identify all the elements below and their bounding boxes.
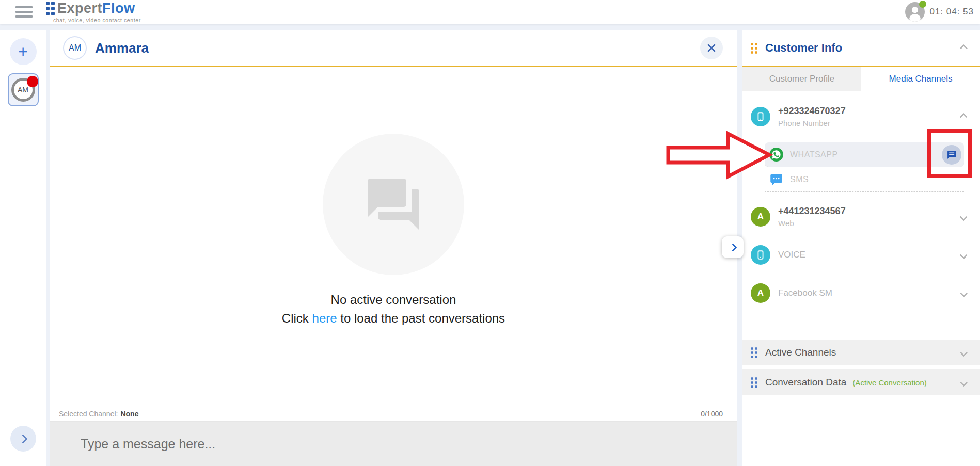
chat-panel: AM Ammara No active conversation Click h… <box>50 30 737 466</box>
selected-channel-value: None <box>120 410 138 418</box>
chevron-right-icon <box>729 243 737 251</box>
chevron-right-icon <box>18 434 27 443</box>
customer-name: Ammara <box>95 40 149 56</box>
letter-a-icon: A <box>751 283 770 303</box>
chevron-down-icon[interactable] <box>960 378 968 387</box>
active-conversation-badge: (Active Conversation) <box>852 378 926 387</box>
session-timer: 01: 04: 53 <box>929 7 974 17</box>
tab-media-channels[interactable]: Media Channels <box>861 67 980 91</box>
topbar: ExpertFlow chat, voice, video contact ce… <box>0 0 980 24</box>
channel-subtitle: Phone Number <box>778 119 846 127</box>
brand-primary: Expert <box>57 1 102 16</box>
drag-handle-icon[interactable] <box>751 377 757 388</box>
section-active-channels[interactable]: Active Channels <box>742 340 980 365</box>
customer-info-tabs: Customer Profile Media Channels <box>742 67 980 91</box>
brand-secondary: Flow <box>102 1 135 16</box>
close-conversation-button[interactable] <box>700 37 723 59</box>
close-icon <box>707 43 716 53</box>
sms-icon <box>769 172 783 186</box>
char-counter: 0/1000 <box>701 410 723 418</box>
sidebar-expand-button[interactable] <box>10 426 36 452</box>
agent-avatar[interactable] <box>905 2 925 22</box>
message-input-area[interactable] <box>50 422 737 466</box>
section-title: Conversation Data <box>765 377 846 388</box>
load-past-conversations-link[interactable]: here <box>312 311 337 325</box>
channel-web[interactable]: A +441231234567 Web <box>742 204 980 229</box>
customer-info-header: Customer Info <box>742 30 980 67</box>
section-conversation-data[interactable]: Conversation Data (Active Conversation) <box>742 369 980 395</box>
brand-tagline: chat, voice, video contact center <box>53 17 141 23</box>
start-chat-button[interactable] <box>942 145 961 165</box>
chat-placeholder-circle <box>323 134 464 275</box>
chevron-down-icon[interactable] <box>960 251 968 259</box>
empty-state-subtitle: Click here to load the past conversation… <box>282 311 505 326</box>
media-channels-list: +923324670327 Phone Number WHATSAPP <box>742 91 980 321</box>
panel-expander-button[interactable] <box>722 236 744 258</box>
hamburger-menu-icon[interactable] <box>15 6 33 18</box>
smartphone-icon <box>751 107 770 126</box>
whatsapp-icon <box>769 148 783 162</box>
subchannel-label: WHATSAPP <box>790 150 838 159</box>
customer-info-title: Customer Info <box>765 41 842 55</box>
empty-state-title: No active conversation <box>331 293 456 307</box>
phone-subchannels: WHATSAPP <box>765 142 964 192</box>
chevron-up-icon[interactable] <box>960 113 968 121</box>
notification-dot <box>27 76 38 87</box>
channel-phone-number[interactable]: +923324670327 Phone Number <box>742 104 980 129</box>
letter-a-icon: A <box>751 207 770 227</box>
subchannel-label: SMS <box>790 175 809 184</box>
empty-state-pre: Click <box>282 311 312 325</box>
empty-state-post: to load the past conversations <box>337 311 505 325</box>
drag-handle-icon[interactable] <box>751 43 757 54</box>
forum-icon <box>362 173 424 235</box>
customer-info-panel: Customer Info Customer Profile Media Cha… <box>742 30 980 466</box>
message-input[interactable] <box>81 437 672 452</box>
channel-facebook-sm[interactable]: A Facebook SM <box>742 281 980 306</box>
logo-dots-icon <box>46 2 55 15</box>
section-title: Active Channels <box>765 347 836 358</box>
drag-handle-icon[interactable] <box>751 347 757 358</box>
channel-title: VOICE <box>778 250 805 260</box>
chevron-down-icon[interactable] <box>960 213 968 221</box>
subchannel-whatsapp[interactable]: WHATSAPP <box>765 142 964 167</box>
selected-channel-row: Selected Channel: None 0/1000 <box>50 407 737 422</box>
channel-title: Facebook SM <box>778 288 832 298</box>
conversation-tab-ammara[interactable]: AM <box>8 73 39 106</box>
customer-avatar: AM <box>63 36 87 60</box>
channel-title: +923324670327 <box>778 106 846 117</box>
collapse-chevron-up-icon[interactable] <box>960 44 968 52</box>
conversation-sidebar: + AM <box>0 30 46 466</box>
channel-subtitle: Web <box>778 219 846 228</box>
new-conversation-button[interactable]: + <box>10 38 37 65</box>
chevron-down-icon[interactable] <box>960 348 968 357</box>
channel-voice[interactable]: VOICE <box>742 243 980 267</box>
selected-channel-label: Selected Channel: <box>59 410 118 418</box>
chat-empty-state: No active conversation Click here to loa… <box>50 60 737 399</box>
subchannel-sms[interactable]: SMS <box>765 167 964 192</box>
chevron-down-icon[interactable] <box>960 289 968 297</box>
chat-bubble-icon <box>946 150 957 160</box>
tab-customer-profile[interactable]: Customer Profile <box>742 67 861 91</box>
smartphone-icon <box>751 245 770 265</box>
expertflow-logo: ExpertFlow chat, voice, video contact ce… <box>46 1 141 23</box>
app-screen: ExpertFlow chat, voice, video contact ce… <box>0 0 980 466</box>
presence-dot <box>919 1 926 8</box>
channel-title: +441231234567 <box>778 206 846 217</box>
